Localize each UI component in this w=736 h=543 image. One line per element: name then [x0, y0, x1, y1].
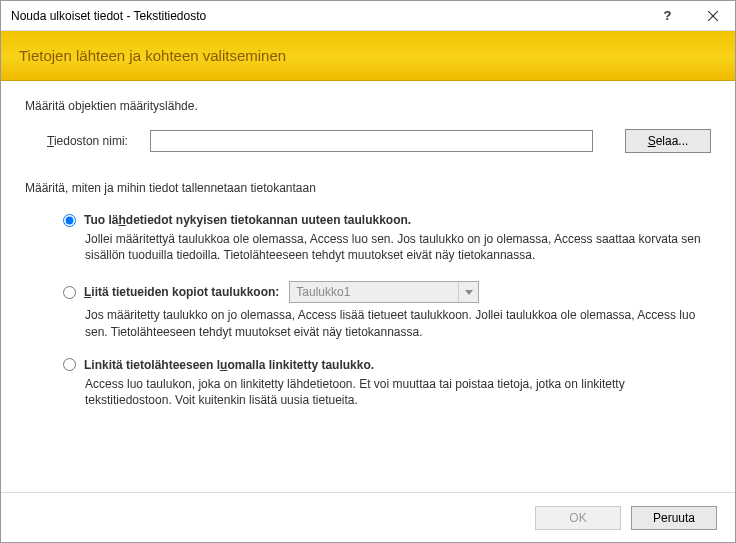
source-section-label: Määritä objektien määrityslähde. [25, 99, 711, 113]
radio-link-label[interactable]: Linkitä tietolähteeseen luomalla linkite… [84, 358, 374, 372]
option-import-desc: Jollei määritettyä taulukkoa ole olemass… [85, 231, 705, 263]
cancel-button[interactable]: Peruuta [631, 506, 717, 530]
radio-append-label[interactable]: Liitä tietueiden kopiot taulukkoon: [84, 285, 279, 299]
file-row: Tiedoston nimi: Selaa... [47, 129, 711, 153]
close-icon [708, 11, 718, 21]
table-combo-value: Taulukko1 [290, 285, 458, 299]
banner: Tietojen lähteen ja kohteen valitseminen [1, 31, 735, 81]
radio-import[interactable] [63, 214, 76, 227]
browse-button[interactable]: Selaa... [625, 129, 711, 153]
option-link-desc: Access luo taulukon, joka on linkitetty … [85, 376, 705, 408]
radio-import-label[interactable]: Tuo lähdetiedot nykyisen tietokannan uut… [84, 213, 411, 227]
file-label: Tiedoston nimi: [47, 134, 142, 148]
titlebar: Nouda ulkoiset tiedot - Tekstitiedosto ? [1, 1, 735, 31]
help-button[interactable]: ? [645, 1, 690, 30]
option-append-desc: Jos määritetty taulukko on jo olemassa, … [85, 307, 705, 339]
dest-section-label: Määritä, miten ja mihin tiedot tallennet… [25, 181, 711, 195]
radio-link[interactable] [63, 358, 76, 371]
option-import: Tuo lähdetiedot nykyisen tietokannan uut… [63, 213, 711, 263]
close-button[interactable] [690, 1, 735, 30]
banner-title: Tietojen lähteen ja kohteen valitseminen [19, 47, 286, 64]
option-append: Liitä tietueiden kopiot taulukkoon: Taul… [63, 281, 711, 339]
ok-button[interactable]: OK [535, 506, 621, 530]
radio-append[interactable] [63, 286, 76, 299]
window-title: Nouda ulkoiset tiedot - Tekstitiedosto [11, 9, 645, 23]
chevron-down-icon [458, 282, 478, 302]
content-area: Määritä objektien määrityslähde. Tiedost… [1, 81, 735, 492]
svg-marker-2 [465, 290, 473, 295]
footer: OK Peruuta [1, 492, 735, 542]
option-link: Linkitä tietolähteeseen luomalla linkite… [63, 358, 711, 408]
options-group: Tuo lähdetiedot nykyisen tietokannan uut… [63, 213, 711, 408]
file-input[interactable] [150, 130, 593, 152]
table-combo[interactable]: Taulukko1 [289, 281, 479, 303]
